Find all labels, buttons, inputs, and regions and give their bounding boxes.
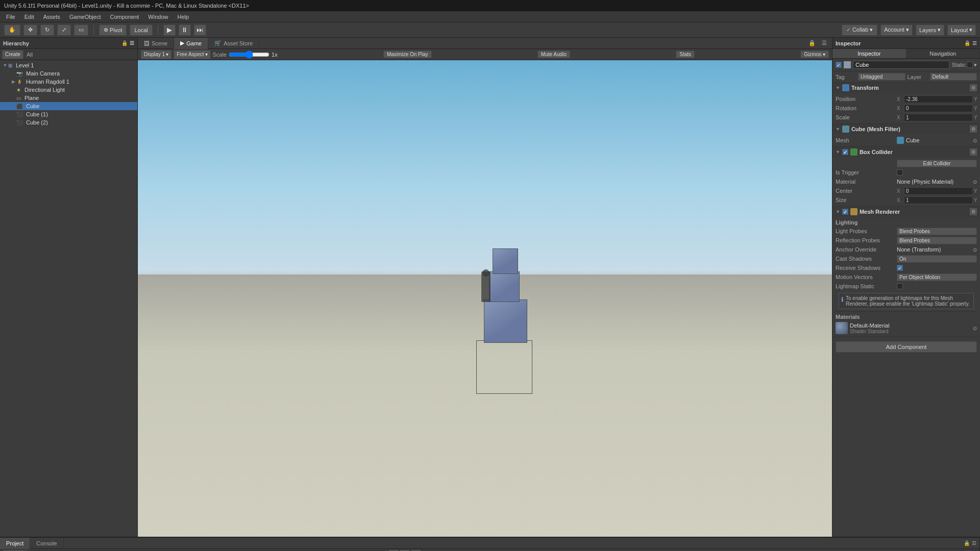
receive-shadows-checkbox[interactable] [897,265,903,271]
static-dropdown-arrow[interactable]: ▾ [974,62,977,68]
plane-icon: ▭ [16,95,21,101]
hierarchy-item-cube1[interactable]: ⬛ Cube (1) [0,110,137,118]
mesh-renderer-enable[interactable] [842,209,848,215]
gizmos-dropdown[interactable]: Gizmos ▾ [800,51,829,58]
tab-asset-store[interactable]: 🛒 Asset Store [208,38,259,49]
add-component-btn[interactable]: Add Component [836,341,977,353]
is-trigger-checkbox[interactable] [897,169,903,176]
display-dropdown[interactable]: Display 1 ▾ [141,50,172,59]
lightmap-static-row: Lightmap Static [836,282,977,291]
receive-shadows-label: Receive Shadows [836,265,897,271]
hierarchy-item-level1[interactable]: ▼ ⊞ Level 1 [0,61,137,69]
box-collider-header[interactable]: ▼ Box Collider ⚙ [832,147,980,157]
hierarchy-create-btn[interactable]: Create [2,50,23,59]
scale-tool[interactable]: ⤢ [57,24,71,36]
play-button[interactable]: ▶ [163,24,176,36]
local-button[interactable]: Local [130,24,152,36]
tab-menu-btn[interactable]: ☰ [820,39,829,47]
cast-shadows-dropdown[interactable]: On [897,255,977,263]
transform-settings[interactable]: ⚙ [970,84,977,91]
inspector-lock[interactable]: 🔒 [964,40,970,46]
menu-help[interactable]: Help [173,13,193,21]
size-label: Size [836,197,897,203]
scale-slider[interactable] [229,51,270,58]
hierarchy-item-camera[interactable]: 📷 Main Camera [0,69,137,78]
hierarchy-menu[interactable]: ☰ [130,40,134,46]
move-tool[interactable]: ✥ [23,24,37,36]
tab-game[interactable]: ▶ Game [174,38,208,49]
mesh-picker[interactable]: ⊙ [973,138,977,143]
scale-x[interactable] [904,114,973,121]
mesh-renderer-header[interactable]: ▼ Mesh Renderer ⚙ [832,207,980,217]
layout-dropdown[interactable]: Layout ▾ [947,24,976,36]
hierarchy-content[interactable]: ▼ ⊞ Level 1 📷 Main Camera ▶ 🧍 Human Ragd… [0,60,137,537]
menu-file[interactable]: File [2,13,19,21]
box-collider-settings[interactable]: ⚙ [970,148,977,156]
mesh-icon [897,137,904,144]
mesh-renderer-icon [850,208,857,215]
hierarchy-item-light[interactable]: ☀ Directional Light [0,86,137,94]
static-checkbox[interactable] [967,62,973,68]
anchor-override-text: None (Transform) [897,246,941,253]
scale-row: Scale X Y Z [836,113,977,122]
size-x[interactable] [904,196,973,204]
mute-audio-btn[interactable]: Mute Audio [537,51,570,58]
layers-dropdown[interactable]: Layers ▾ [916,24,944,36]
hierarchy-item-cube2[interactable]: ⬛ Cube (2) [0,118,137,127]
edit-collider-btn[interactable]: Edit Collider [897,160,977,167]
center-x[interactable] [904,187,973,195]
transform-header[interactable]: ▼ Transform ⚙ [832,83,980,93]
material-info: Default-Material Shader Standard [850,322,890,334]
pos-x[interactable] [904,95,973,103]
inspector-menu[interactable]: ☰ [972,40,977,46]
mesh-renderer-arrow: ▼ [836,209,840,214]
stats-btn[interactable]: Stats [676,51,695,58]
menu-assets[interactable]: Assets [39,13,64,21]
hierarchy-lock[interactable]: 🔒 [121,40,128,46]
tag-dropdown[interactable]: Untagged [858,73,905,81]
light-probes-dropdown[interactable]: Blend Probes [897,228,977,235]
collab-button[interactable]: ✓ Collab ▾ [842,24,877,36]
object-active-checkbox[interactable] [836,62,842,68]
tab-project[interactable]: Project [0,538,30,549]
pause-button[interactable]: ⏸ [179,24,191,36]
menu-edit[interactable]: Edit [20,13,38,21]
tab-inspector[interactable]: Inspector [832,49,906,58]
mesh-filter-settings[interactable]: ⚙ [970,126,977,133]
maximize-btn[interactable]: Maximize On Play [383,51,432,58]
bottom-menu[interactable]: ☰ [972,540,976,546]
hierarchy-item-cube[interactable]: ⬛ Cube [0,102,137,110]
box-collider-enable[interactable] [842,149,848,155]
tab-console[interactable]: Console [30,538,63,549]
lightmap-static-checkbox[interactable] [897,283,903,289]
rect-tool[interactable]: ▭ [74,24,88,36]
object-name-input[interactable] [853,61,949,69]
mesh-filter-header[interactable]: ▼ Cube (Mesh Filter) ⚙ [832,124,980,134]
rotate-tool[interactable]: ↻ [40,24,54,36]
toolbar: ✋ ✥ ↻ ⤢ ▭ ⊕ Pivot Local ▶ ⏸ ⏭ ✓ Collab ▾… [0,22,980,38]
hierarchy-item-plane[interactable]: ▭ Plane [0,94,137,102]
anchor-override-row: Anchor Override None (Transform) ⊙ [836,245,977,254]
menu-gameobject[interactable]: GameObject [65,13,105,21]
reflection-probes-dropdown[interactable]: Blend Probes [897,237,977,244]
rot-x[interactable] [904,105,973,112]
layer-dropdown[interactable]: Default [930,73,977,81]
game-toolbar: Display 1 ▾ Free Aspect ▾ Scale 1x Maxim… [138,49,832,60]
motion-vectors-dropdown[interactable]: Per Object Motion [897,273,977,281]
bottom-lock[interactable]: 🔒 [964,540,970,546]
material-picker[interactable]: ⊙ [973,325,977,331]
menu-component[interactable]: Component [106,13,143,21]
step-button[interactable]: ⏭ [194,24,206,36]
menu-window[interactable]: Window [144,13,172,21]
tab-scene[interactable]: 🖼 Scene [138,38,174,49]
collider-material-picker[interactable]: ⊙ [973,179,977,185]
hand-tool[interactable]: ✋ [4,24,20,36]
anchor-override-picker[interactable]: ⊙ [973,247,977,253]
hierarchy-item-ragdoll[interactable]: ▶ 🧍 Human Ragdoll 1 [0,78,137,86]
tab-navigation[interactable]: Navigation [906,49,981,58]
account-dropdown[interactable]: Account ▾ [880,24,913,36]
tab-lock-btn[interactable]: 🔒 [806,39,818,47]
aspect-dropdown[interactable]: Free Aspect ▾ [174,50,210,59]
mesh-renderer-settings[interactable]: ⚙ [970,208,977,215]
pivot-button[interactable]: ⊕ Pivot [99,24,127,36]
